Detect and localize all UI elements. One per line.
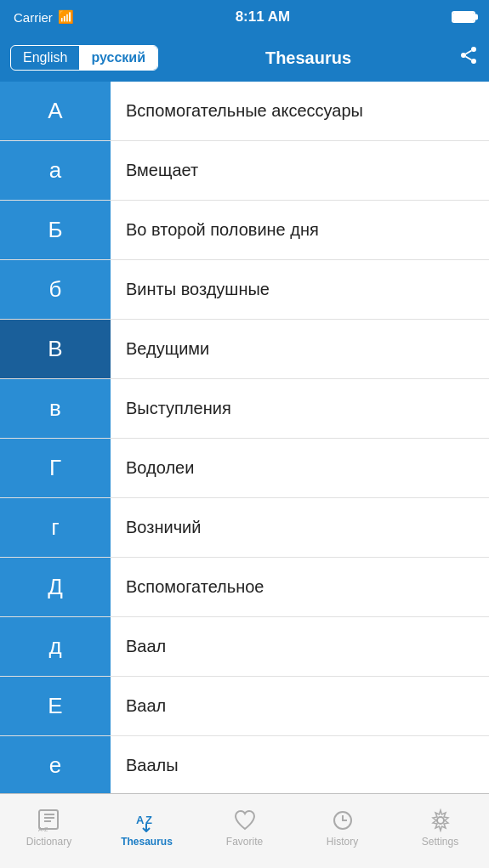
svg-text:A-Z: A-Z — [38, 826, 48, 832]
status-bar: Carrier 📶 8:11 AM — [0, 0, 489, 34]
thesaurus-list: АВспомогательные аксессуарыаВмещаетБВо в… — [0, 82, 489, 793]
letter-cell: а — [0, 141, 111, 200]
word-cell: Во второй половине дня — [111, 220, 489, 240]
share-button[interactable] — [458, 45, 479, 71]
tab-history-label: History — [327, 836, 358, 848]
svg-point-2 — [471, 59, 476, 64]
tab-settings[interactable]: Settings — [391, 808, 489, 848]
dictionary-icon: A-Z — [37, 808, 62, 832]
letter-cell: Г — [0, 439, 111, 497]
svg-line-3 — [466, 57, 472, 60]
svg-point-0 — [471, 47, 476, 52]
russian-lang-button[interactable]: русский — [79, 46, 157, 70]
settings-icon — [428, 808, 453, 832]
tab-thesaurus-label: Thesaurus — [121, 836, 173, 848]
carrier-label: Carrier — [14, 10, 53, 25]
battery-icon — [452, 11, 475, 23]
tab-favorite[interactable]: Favorite — [196, 808, 293, 848]
list-item[interactable]: БВо второй половине дня — [0, 201, 489, 260]
tab-thesaurus[interactable]: A Z Thesaurus — [98, 808, 196, 848]
list-item[interactable]: АВспомогательные аксессуары — [0, 82, 489, 141]
letter-cell: А — [0, 82, 111, 140]
favorite-icon — [232, 808, 258, 832]
list-item[interactable]: вВыступления — [0, 379, 489, 439]
list-item[interactable]: ВВедущими — [0, 320, 489, 379]
word-cell: Вспомогательное — [111, 577, 489, 597]
svg-text:A: A — [136, 814, 145, 826]
list-item[interactable]: бВинты воздушные — [0, 260, 489, 320]
wifi-icon: 📶 — [58, 9, 74, 25]
letter-cell: в — [0, 379, 111, 438]
svg-point-14 — [437, 817, 444, 824]
word-cell: Водолеи — [111, 458, 489, 478]
letter-cell: г — [0, 498, 111, 557]
word-cell: Вспомогательные аксессуары — [111, 101, 489, 121]
list-item[interactable]: гВозничий — [0, 498, 489, 558]
word-cell: Ваал — [111, 637, 489, 656]
english-lang-button[interactable]: English — [11, 46, 79, 70]
history-icon — [330, 808, 355, 832]
page-title: Thesaurus — [168, 48, 448, 68]
tab-history[interactable]: History — [293, 808, 391, 848]
tab-bar: A-Z Dictionary A Z Thesaurus Favorite — [0, 793, 489, 868]
list-item[interactable]: аВмещает — [0, 141, 489, 201]
clock: 8:11 AM — [236, 9, 291, 26]
letter-cell: Е — [0, 677, 111, 735]
letter-cell: б — [0, 260, 111, 319]
tab-settings-label: Settings — [422, 836, 458, 848]
list-item[interactable]: еВаалы — [0, 736, 489, 793]
word-cell: Ваал — [111, 696, 489, 716]
list-item[interactable]: дВаал — [0, 617, 489, 677]
tab-dictionary-label: Dictionary — [26, 836, 71, 848]
svg-line-4 — [466, 51, 472, 54]
word-cell: Выступления — [111, 399, 489, 418]
letter-cell: Д — [0, 558, 111, 616]
language-toggle[interactable]: English русский — [10, 45, 158, 71]
word-cell: Ваалы — [111, 756, 489, 775]
word-cell: Ведущими — [111, 339, 489, 359]
header: English русский Thesaurus — [0, 34, 489, 82]
letter-cell: е — [0, 736, 111, 793]
list-item[interactable]: ДВспомогательное — [0, 558, 489, 617]
word-cell: Возничий — [111, 518, 489, 537]
word-cell: Вмещает — [111, 161, 489, 180]
share-icon — [458, 45, 479, 65]
list-item[interactable]: ЕВаал — [0, 677, 489, 736]
word-cell: Винты воздушные — [111, 280, 489, 299]
thesaurus-icon: A Z — [134, 808, 160, 832]
letter-cell: д — [0, 617, 111, 676]
letter-cell: В — [0, 320, 111, 378]
svg-point-1 — [461, 53, 466, 58]
tab-favorite-label: Favorite — [226, 836, 263, 848]
tab-dictionary[interactable]: A-Z Dictionary — [0, 808, 98, 848]
list-item[interactable]: ГВодолеи — [0, 439, 489, 498]
letter-cell: Б — [0, 201, 111, 259]
